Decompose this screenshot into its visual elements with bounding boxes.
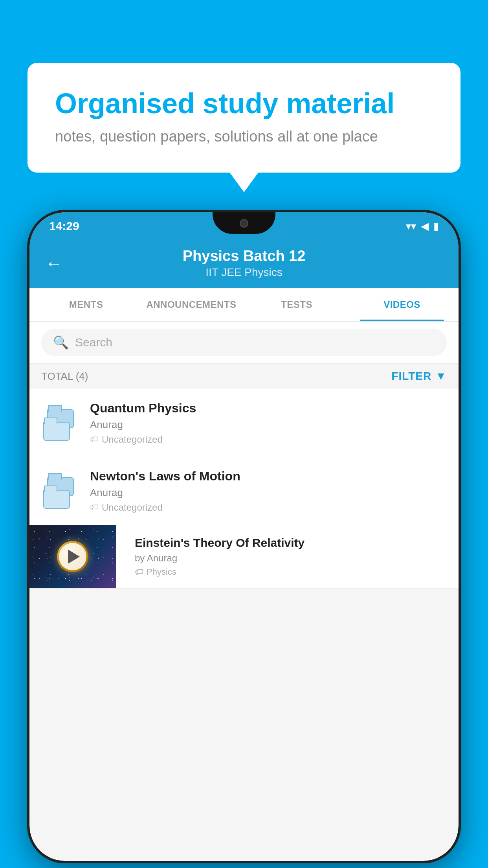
- video-thumbnail: [29, 525, 116, 588]
- filter-label: FILTER: [391, 370, 431, 383]
- list-item[interactable]: Newton's Laws of Motion Anurag 🏷 Uncateg…: [29, 457, 459, 525]
- video-author: Anurag: [90, 419, 447, 431]
- video-info: Einstein's Theory Of Relativity by Anura…: [125, 527, 459, 587]
- back-button[interactable]: ←: [45, 254, 62, 273]
- header-text: Physics Batch 12 IIT JEE Physics: [74, 248, 414, 279]
- signal-icon: ◀: [421, 220, 429, 232]
- header-subtitle: IIT JEE Physics: [74, 266, 414, 279]
- tabs-bar: MENTS ANNOUNCEMENTS TESTS VIDEOS: [29, 288, 459, 322]
- tab-tests[interactable]: TESTS: [244, 288, 349, 321]
- tag-text: Physics: [147, 567, 176, 577]
- video-list: Quantum Physics Anurag 🏷 Uncategorized: [29, 389, 459, 588]
- total-count: TOTAL (4): [41, 370, 88, 383]
- video-info: Newton's Laws of Motion Anurag 🏷 Uncateg…: [90, 469, 447, 513]
- status-icons: ▾▾ ◀ ▮: [406, 220, 439, 232]
- tab-ments[interactable]: MENTS: [33, 288, 139, 321]
- phone-frame: 14:29 ▾▾ ◀ ▮ ← Physics Batch 12 IIT JEE …: [29, 212, 459, 861]
- status-time: 14:29: [49, 219, 79, 233]
- battery-icon: ▮: [433, 220, 439, 232]
- speech-bubble: Organised study material notes, question…: [28, 63, 460, 173]
- camera: [240, 219, 248, 228]
- speech-bubble-container: Organised study material notes, question…: [28, 63, 460, 173]
- list-item[interactable]: Einstein's Theory Of Relativity by Anura…: [29, 525, 459, 588]
- search-input-placeholder: Search: [75, 336, 112, 349]
- search-icon: 🔍: [53, 335, 69, 350]
- folder-icon: [41, 473, 81, 509]
- video-title: Einstein's Theory Of Relativity: [135, 536, 449, 550]
- list-item[interactable]: Quantum Physics Anurag 🏷 Uncategorized: [29, 389, 459, 457]
- video-title: Quantum Physics: [90, 401, 447, 416]
- video-title: Newton's Laws of Motion: [90, 469, 447, 484]
- filter-button[interactable]: FILTER ▼: [391, 370, 447, 383]
- filter-bar: TOTAL (4) FILTER ▼: [29, 364, 459, 389]
- header-title: Physics Batch 12: [74, 248, 414, 265]
- status-bar: 14:29 ▾▾ ◀ ▮: [29, 212, 459, 240]
- video-tag: 🏷 Physics: [135, 567, 449, 577]
- search-bar[interactable]: 🔍 Search: [41, 329, 447, 356]
- video-author: by Anurag: [135, 553, 449, 564]
- tab-videos[interactable]: VIDEOS: [349, 288, 455, 321]
- bubble-subtitle: notes, question papers, solutions all at…: [55, 128, 433, 145]
- folder-icon: [41, 405, 81, 441]
- tag-icon: 🏷: [135, 567, 143, 577]
- tag-icon: 🏷: [90, 434, 99, 445]
- bubble-title: Organised study material: [55, 86, 433, 120]
- tab-announcements[interactable]: ANNOUNCEMENTS: [139, 288, 244, 321]
- play-button[interactable]: [29, 525, 116, 588]
- phone-screen: 14:29 ▾▾ ◀ ▮ ← Physics Batch 12 IIT JEE …: [29, 212, 459, 861]
- video-tag: 🏷 Uncategorized: [90, 434, 447, 445]
- video-tag: 🏷 Uncategorized: [90, 502, 447, 513]
- wifi-icon: ▾▾: [406, 220, 416, 232]
- filter-icon: ▼: [435, 370, 447, 383]
- tag-icon: 🏷: [90, 502, 99, 513]
- tag-text: Uncategorized: [102, 434, 163, 445]
- tag-text: Uncategorized: [102, 502, 163, 513]
- app-header: ← Physics Batch 12 IIT JEE Physics: [29, 240, 459, 288]
- video-info: Quantum Physics Anurag 🏷 Uncategorized: [90, 401, 447, 445]
- notch: [213, 212, 275, 234]
- video-author: Anurag: [90, 487, 447, 499]
- search-container: 🔍 Search: [29, 322, 459, 364]
